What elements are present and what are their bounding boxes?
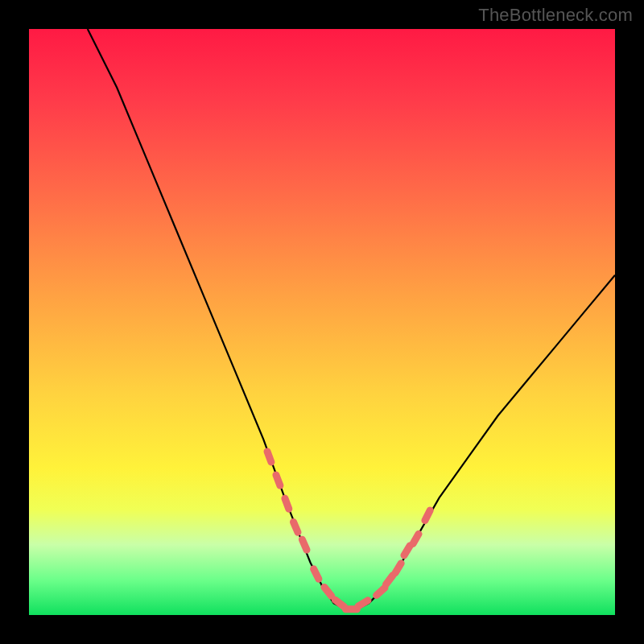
plot-area [29, 29, 615, 615]
curve-marker [404, 546, 410, 555]
curve-marker [377, 588, 385, 595]
curve-marker [267, 452, 271, 462]
curve-marker [324, 587, 332, 596]
curve-marker [335, 600, 344, 606]
curve-marker [294, 522, 299, 532]
curve-marker [302, 539, 307, 550]
curve-marker [386, 576, 393, 584]
curve-marker [425, 510, 430, 521]
curve-marker [358, 601, 368, 606]
curve-marker [276, 475, 280, 485]
curve-marker [285, 498, 289, 509]
bottleneck-curve [88, 29, 615, 609]
curve-svg [29, 29, 615, 615]
chart-frame: TheBottleneck.com [0, 0, 644, 644]
curve-marker [395, 564, 401, 573]
curve-marker [413, 534, 419, 543]
curve-marker [314, 569, 319, 580]
marker-group [267, 452, 430, 609]
watermark-text: TheBottleneck.com [478, 5, 633, 26]
